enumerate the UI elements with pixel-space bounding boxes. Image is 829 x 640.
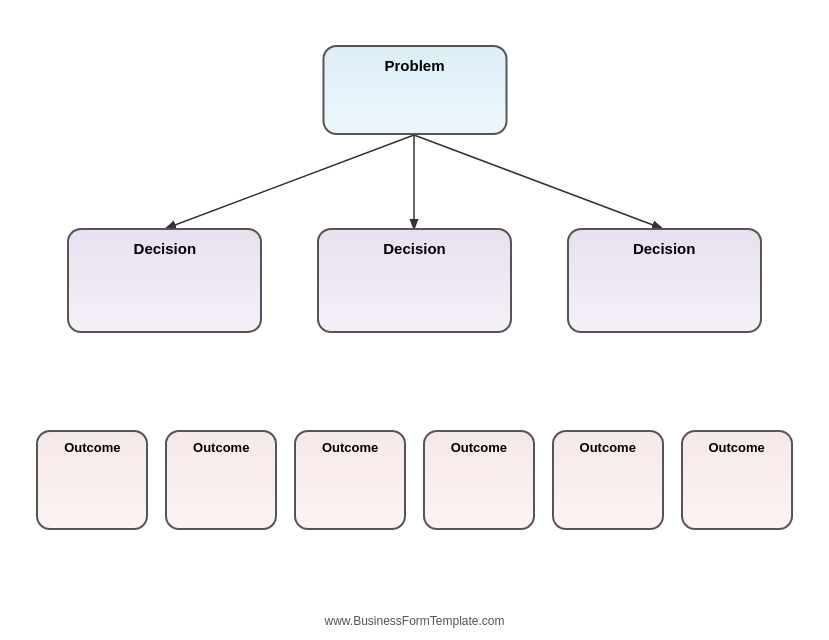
- decision-box-3: Decision: [567, 228, 762, 333]
- outcome-label-1: Outcome: [64, 440, 120, 455]
- outcome-label-4: Outcome: [451, 440, 507, 455]
- svg-line-0: [167, 135, 414, 228]
- outcome-box-3: Outcome: [294, 430, 406, 530]
- decision-row: Decision Decision Decision: [0, 228, 829, 333]
- outcome-box-4: Outcome: [423, 430, 535, 530]
- outcome-box-2: Outcome: [165, 430, 277, 530]
- diagram-container: Problem Decision Decision Decision Outco…: [0, 0, 829, 600]
- problem-label: Problem: [384, 57, 444, 74]
- decision-label-1: Decision: [134, 240, 197, 257]
- decision-box-2: Decision: [317, 228, 512, 333]
- outcome-label-3: Outcome: [322, 440, 378, 455]
- svg-line-2: [414, 135, 661, 228]
- decision-label-3: Decision: [633, 240, 696, 257]
- problem-box: Problem: [322, 45, 507, 135]
- outcome-label-2: Outcome: [193, 440, 249, 455]
- footer: www.BusinessFormTemplate.com: [0, 614, 829, 628]
- outcome-box-5: Outcome: [552, 430, 664, 530]
- outcome-label-6: Outcome: [708, 440, 764, 455]
- outcome-box-6: Outcome: [681, 430, 793, 530]
- outcome-row: Outcome Outcome Outcome Outcome Outcome …: [0, 430, 829, 530]
- footer-url: www.BusinessFormTemplate.com: [324, 614, 504, 628]
- decision-box-1: Decision: [67, 228, 262, 333]
- outcome-box-1: Outcome: [36, 430, 148, 530]
- outcome-label-5: Outcome: [580, 440, 636, 455]
- decision-label-2: Decision: [383, 240, 446, 257]
